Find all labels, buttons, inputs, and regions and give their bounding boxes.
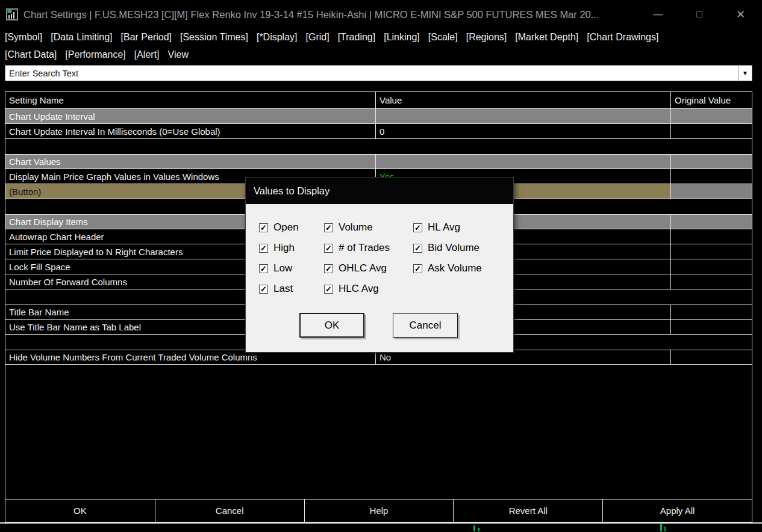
app-icon [6, 8, 18, 20]
checkbox-item-bid-volume[interactable]: ✓Bid Volume [413, 238, 482, 258]
checkbox-item-last[interactable]: ✓Last [259, 279, 324, 299]
window-title: Chart Settings | F.US.MESH23 [C][M] Flex… [23, 9, 599, 20]
menu-item-display[interactable]: [*Display] [257, 32, 298, 43]
setting-name-cell: Chart Update Interval In Milliseconds (0… [5, 124, 375, 138]
checkbox-label: Volume [339, 221, 373, 234]
close-button[interactable]: ✕ [736, 9, 745, 20]
dialog-cancel-button[interactable]: Cancel [393, 313, 458, 338]
dropdown-arrow-icon[interactable]: ▼ [738, 66, 752, 81]
menu-bar-row1: [Symbol][Data Limiting][Bar Period][Sess… [5, 32, 658, 43]
checkbox-ask-volume[interactable]: ✓ [413, 264, 422, 273]
table-header-row: Setting Name Value Original Value [5, 91, 752, 109]
original-value-cell [670, 155, 752, 169]
dialog-ok-button[interactable]: OK [299, 313, 364, 338]
checkbox-item-open[interactable]: ✓Open [259, 217, 324, 238]
footer-button-cancel[interactable]: Cancel [155, 500, 304, 522]
values-to-display-dialog: Values to Display ✓Open✓High✓Low✓Last✓Vo… [246, 178, 513, 352]
setting-name-cell: Hide Volume Numbers From Current Traded … [5, 350, 375, 364]
checkbox-open[interactable]: ✓ [259, 223, 268, 232]
checkbox-label: OHLC Avg [339, 262, 387, 274]
menu-item-scale[interactable]: [Scale] [428, 32, 458, 43]
checkbox-item-ask-volume[interactable]: ✓Ask Volume [413, 258, 482, 279]
dialog-title: Values to Display [254, 185, 329, 197]
checkbox-label: Last [273, 283, 293, 295]
checkbox-bid-volume[interactable]: ✓ [413, 244, 422, 253]
menu-item-view[interactable]: View [168, 49, 189, 60]
checkbox-label: # of Trades [339, 242, 390, 254]
menu-item-alert[interactable]: [Alert] [134, 49, 160, 60]
minimize-button[interactable]: — [653, 10, 663, 19]
checkbox-volume[interactable]: ✓ [324, 223, 333, 232]
original-value-cell [670, 244, 752, 259]
checkbox-item-hl-avg[interactable]: ✓HL Avg [413, 217, 482, 238]
chart-mark [664, 527, 666, 531]
chart-mark [473, 525, 475, 531]
setting-row-chart-update-interval-in-milliseconds-0-use-global[interactable]: Chart Update Interval In Milliseconds (0… [5, 124, 752, 139]
dialog-body: ✓Open✓High✓Low✓Last✓Volume✓# of Trades✓O… [246, 204, 513, 352]
checkbox-high[interactable]: ✓ [259, 244, 268, 253]
checkbox-label: HL Avg [428, 221, 460, 234]
chart-mark [660, 524, 662, 531]
setting-value-cell: 0 [375, 124, 670, 138]
checkbox-low[interactable]: ✓ [259, 264, 268, 273]
checkbox-of-trades[interactable]: ✓ [324, 244, 333, 253]
menu-item-symbol[interactable]: [Symbol] [5, 32, 42, 43]
dialog-title-bar[interactable]: Values to Display [246, 178, 513, 204]
checkbox-item-high[interactable]: ✓High [259, 238, 324, 258]
checkbox-grid: ✓Open✓High✓Low✓Last✓Volume✓# of Trades✓O… [259, 217, 482, 299]
checkbox-hlc-avg[interactable]: ✓ [324, 285, 333, 294]
search-input[interactable] [5, 66, 738, 81]
column-header-original-value: Original Value [670, 92, 752, 108]
setting-name-cell: Chart Values [5, 155, 375, 169]
original-value-cell [670, 109, 752, 123]
checkbox-item-ohlc-avg[interactable]: ✓OHLC Avg [324, 258, 413, 279]
menu-item-session-times[interactable]: [Session Times] [180, 32, 248, 43]
menu-item-chart-drawings[interactable]: [Chart Drawings] [587, 32, 658, 43]
section-row-chart-update-interval: Chart Update Interval [5, 109, 752, 124]
checkbox-column: ✓HL Avg✓Bid Volume✓Ask Volume [413, 217, 482, 299]
original-value-cell [670, 229, 752, 244]
menu-item-chart-data[interactable]: [Chart Data] [5, 49, 57, 60]
chart-settings-window: { "window": { "title": "Chart Settings |… [0, 0, 762, 532]
menu-item-data-limiting[interactable]: [Data Limiting] [51, 32, 112, 43]
chart-mark [478, 528, 479, 531]
menu-item-linking[interactable]: [Linking] [384, 32, 420, 43]
menu-item-performance[interactable]: [Performance] [65, 49, 125, 60]
setting-name-cell: Chart Update Interval [5, 109, 375, 123]
underlying-chart-strip [0, 524, 762, 532]
checkbox-item-low[interactable]: ✓Low [259, 258, 324, 279]
checkbox-item-hlc-avg[interactable]: ✓HLC Avg [324, 279, 413, 299]
original-value-cell [670, 184, 752, 199]
footer-button-bar: OKCancelHelpRevert AllApply All [5, 499, 752, 522]
original-value-cell [670, 305, 752, 319]
menu-item-trading[interactable]: [Trading] [338, 32, 376, 43]
column-header-value: Value [375, 92, 670, 108]
maximize-button[interactable]: □ [696, 10, 702, 19]
menu-bar-row2: [Chart Data][Performance][Alert]View [5, 49, 189, 60]
menu-item-grid[interactable]: [Grid] [306, 32, 329, 43]
search-combobox: ▼ [5, 65, 752, 81]
setting-value-cell [375, 155, 670, 169]
original-value-cell [670, 124, 752, 138]
checkbox-ohlc-avg[interactable]: ✓ [324, 264, 333, 273]
checkbox-item-volume[interactable]: ✓Volume [324, 217, 413, 238]
checkbox-label: Open [273, 221, 299, 234]
menu-item-regions[interactable]: [Regions] [466, 32, 507, 43]
footer-button-help[interactable]: Help [304, 500, 454, 522]
original-value-cell [670, 259, 752, 274]
checkbox-label: Ask Volume [428, 262, 482, 274]
checkbox-label: Low [273, 262, 292, 274]
checkbox-last[interactable]: ✓ [259, 285, 268, 294]
title-bar: Chart Settings | F.US.MESH23 [C][M] Flex… [0, 0, 762, 29]
original-value-cell [670, 215, 752, 229]
footer-button-ok[interactable]: OK [5, 500, 155, 522]
footer-button-apply-all[interactable]: Apply All [602, 500, 752, 522]
checkbox-hl-avg[interactable]: ✓ [413, 223, 422, 232]
menu-item-bar-period[interactable]: [Bar Period] [121, 32, 172, 43]
setting-value-cell: No [375, 350, 670, 364]
menu-item-market-depth[interactable]: [Market Depth] [515, 32, 578, 43]
section-row-chart-values: Chart Values [5, 154, 752, 169]
checkbox-item-of-trades[interactable]: ✓# of Trades [324, 238, 413, 258]
footer-button-revert-all[interactable]: Revert All [453, 500, 602, 522]
setting-value-cell [375, 109, 670, 123]
